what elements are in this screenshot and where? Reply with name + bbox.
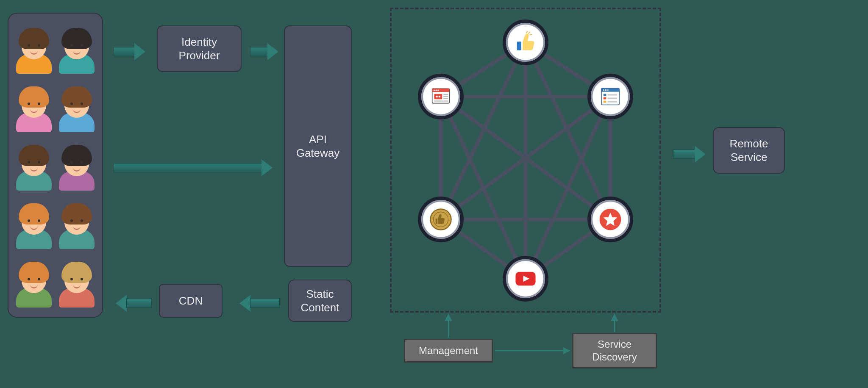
user-avatar — [57, 140, 96, 191]
static-content-box: Static Content — [288, 280, 352, 322]
service-discovery-label: Service Discovery — [578, 338, 651, 363]
svg-rect-34 — [608, 94, 618, 95]
svg-rect-21 — [434, 94, 442, 100]
identity-provider-box: Identity Provider — [157, 25, 242, 72]
svg-rect-35 — [604, 97, 606, 100]
svg-rect-38 — [608, 101, 618, 103]
svg-rect-26 — [443, 98, 448, 99]
svg-rect-25 — [443, 96, 448, 97]
cdn-box: CDN — [159, 284, 223, 318]
news-window-icon — [428, 83, 454, 110]
remote-service-label: Remote Service — [718, 137, 780, 164]
browser-list-icon — [597, 83, 623, 110]
arrow-users-to-idp — [114, 43, 147, 60]
service-star — [587, 197, 633, 242]
cdn-label: CDN — [179, 294, 203, 308]
svg-point-32 — [607, 89, 609, 91]
service-discovery-box: Service Discovery — [572, 333, 657, 369]
svg-point-18 — [434, 90, 435, 91]
arrow-cdn-to-users — [114, 295, 152, 312]
management-label: Management — [419, 344, 478, 357]
svg-point-19 — [436, 90, 437, 91]
svg-rect-36 — [608, 97, 618, 99]
user-avatar — [14, 198, 53, 249]
user-avatar — [57, 257, 96, 308]
popular-badge-icon — [428, 206, 454, 233]
service-video — [503, 256, 548, 302]
api-gateway-label: API Gateway — [289, 133, 347, 160]
svg-point-20 — [437, 90, 439, 91]
arrow-mesh-to-remote — [673, 146, 707, 163]
thumbs-up-icon — [512, 29, 539, 55]
svg-rect-37 — [604, 101, 606, 103]
svg-rect-24 — [443, 94, 448, 95]
svg-point-31 — [605, 89, 606, 91]
svg-point-23 — [439, 96, 441, 98]
user-avatar — [57, 81, 96, 132]
arrow-idp-to-gateway — [250, 43, 280, 60]
service-like — [503, 19, 548, 65]
video-play-icon — [512, 266, 539, 292]
svg-point-22 — [436, 96, 438, 98]
user-avatar — [14, 81, 53, 132]
arrow-users-to-gateway — [114, 159, 275, 176]
svg-line-11 — [526, 97, 610, 279]
star-badge-icon — [597, 206, 623, 233]
api-gateway-box: API Gateway — [284, 25, 352, 267]
static-content-label: Static Content — [293, 287, 347, 315]
svg-point-30 — [603, 89, 604, 91]
service-news — [418, 74, 464, 119]
service-browser — [587, 74, 633, 119]
management-box: Management — [404, 339, 493, 363]
user-avatar — [14, 23, 53, 74]
svg-rect-41 — [436, 219, 437, 224]
remote-service-box: Remote Service — [713, 127, 785, 174]
user-avatar — [57, 198, 96, 249]
svg-rect-15 — [517, 42, 521, 50]
identity-provider-label: Identity Provider — [162, 35, 236, 63]
user-avatar — [14, 140, 53, 191]
users-panel — [8, 13, 103, 318]
service-popular — [418, 197, 464, 242]
svg-rect-33 — [604, 94, 606, 96]
arrow-static-to-cdn — [237, 295, 280, 312]
user-avatar — [14, 257, 53, 308]
svg-rect-27 — [434, 100, 448, 101]
user-avatar — [57, 23, 96, 74]
